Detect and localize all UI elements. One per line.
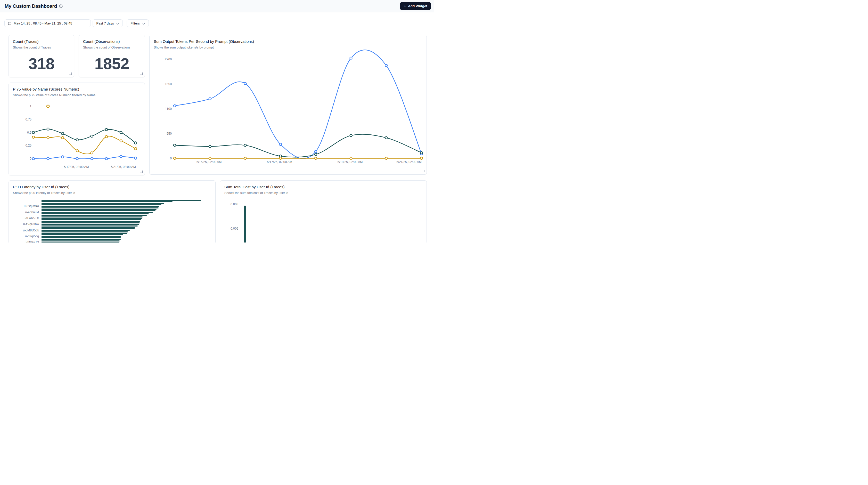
chart-point [91, 152, 93, 154]
latency-bar [41, 207, 159, 208]
x-axis-tick-label: 5/21/25, 02:00 AM [396, 160, 422, 164]
latency-bar [41, 219, 141, 220]
chart-point [134, 142, 137, 144]
page-title: My Custom Dashboard [5, 3, 57, 9]
chart-point [209, 145, 211, 148]
count-value: 1852 [79, 56, 145, 72]
widget-p75-chart: P 75 Value by Name (Scores Numeric) Show… [8, 83, 145, 175]
x-axis-tick-label: 5/17/25, 02:00 AM [64, 165, 89, 169]
chart-point [47, 158, 49, 160]
y-axis-tick-label: 0 [30, 157, 31, 160]
chart-point [174, 105, 176, 107]
chart-point [279, 143, 282, 146]
page-header: My Custom Dashboard + Add Widget [0, 0, 434, 12]
user-id-label: u-8sq2w4a [9, 205, 39, 208]
chart-point-isolated [47, 105, 49, 108]
chevron-down-icon [116, 22, 119, 25]
latency-bar [41, 221, 140, 222]
latency-bar [41, 216, 143, 217]
chart-line-prompt-blue [175, 50, 422, 158]
add-widget-button[interactable]: + Add Widget [400, 2, 431, 10]
chart-point [350, 57, 352, 59]
chart-point [32, 136, 35, 138]
resize-handle-icon[interactable] [140, 72, 143, 75]
chart-point [420, 152, 423, 154]
y-axis-tick-label: 1650 [165, 82, 172, 86]
y-axis-tick-label: 0 [170, 157, 172, 160]
latency-bar [41, 203, 164, 204]
resize-handle-icon[interactable] [422, 170, 425, 172]
latency-bar [41, 209, 157, 210]
latency-bar [41, 213, 149, 214]
widget-title: Count (Traces) [13, 39, 38, 43]
latency-bar [41, 242, 119, 243]
chart-point [134, 148, 137, 150]
chart-point [385, 157, 387, 159]
filters-dropdown[interactable]: Filters [127, 19, 149, 27]
widget-p90-chart: P 90 Latency by User Id (Traces) Shows t… [8, 180, 216, 243]
latency-bar [41, 227, 135, 228]
user-id-label: u-d3qr5cg [9, 235, 39, 238]
resize-handle-icon[interactable] [69, 72, 72, 75]
chart-point [134, 157, 137, 159]
resize-handle-icon[interactable] [140, 171, 143, 173]
chart-point [32, 131, 35, 133]
latency-bar [41, 212, 153, 213]
latency-bar [41, 232, 128, 233]
latency-bar [41, 228, 135, 229]
latency-bar [41, 233, 127, 234]
range-preset-dropdown[interactable]: Past 7 days [93, 19, 123, 27]
chart-line-prompt-teal [175, 134, 422, 157]
widget-count-observations: Count (Observations) Shows the count of … [79, 35, 145, 78]
chart-point [120, 140, 122, 142]
chart-point [174, 144, 176, 146]
chart-point [120, 155, 122, 158]
y-axis-tick-label: 0.006 [223, 227, 238, 231]
chart-point [350, 134, 352, 137]
x-axis-tick-label: 5/21/25, 02:00 AM [111, 165, 136, 169]
chart-point [244, 82, 246, 85]
latency-bar [41, 204, 161, 205]
chart-point [47, 128, 49, 130]
cost-bar [244, 206, 246, 243]
chart-point [76, 158, 79, 160]
widget-subtitle: Shows the count of Observations [83, 46, 130, 49]
chart-point [105, 135, 107, 138]
dashboard-page: My Custom Dashboard + Add Widget May 14,… [0, 0, 434, 243]
p75-line-chart: 00.250.50.7515/17/25, 02:00 AM5/21/25, 0… [9, 83, 145, 175]
chart-point [385, 64, 387, 66]
chart-point [91, 135, 93, 137]
x-axis-tick-label: 5/19/25, 02:00 AM [338, 160, 363, 164]
filters-label: Filters [130, 22, 140, 25]
chart-point [209, 98, 211, 100]
y-axis-tick-label: 550 [166, 132, 172, 135]
chart-point [244, 144, 246, 147]
date-range-picker[interactable]: May 14, 25 : 08:45 - May 21, 25 : 08:45 [4, 19, 91, 27]
latency-bar [41, 201, 173, 202]
widget-cost-chart: Sum Total Cost by User Id (Traces) Shows… [220, 180, 427, 243]
latency-bar [41, 225, 138, 226]
latency-bar [41, 200, 201, 201]
chart-point [61, 132, 64, 135]
y-axis-tick-label: 0.008 [223, 203, 238, 206]
chart-point [76, 139, 79, 141]
latency-bar [41, 215, 147, 216]
chart-point [76, 150, 79, 152]
x-axis-tick-label: 5/15/25, 02:00 AM [196, 160, 221, 164]
latency-bar [41, 236, 121, 237]
latency-bar [41, 222, 140, 223]
user-id-label: u-5M8D56k [9, 229, 39, 232]
chevron-down-icon [142, 22, 145, 25]
y-axis-tick-label: 0.5 [27, 131, 31, 134]
info-icon [59, 4, 63, 8]
latency-bar [41, 240, 120, 241]
latency-bar [41, 239, 121, 240]
chart-point [315, 150, 317, 153]
latency-bar [41, 224, 139, 225]
cost-bar-chart: 0.0080.006 [220, 181, 427, 243]
p90-bar-chart: u-8sq2w4au-aobnuxfu-tFAR5TXu-zVqP3hwu-5M… [9, 181, 215, 243]
count-value: 318 [9, 56, 74, 72]
y-axis-tick-label: 0.75 [26, 118, 32, 121]
y-axis-tick-label: 1100 [165, 107, 172, 111]
latency-bar [41, 206, 159, 207]
